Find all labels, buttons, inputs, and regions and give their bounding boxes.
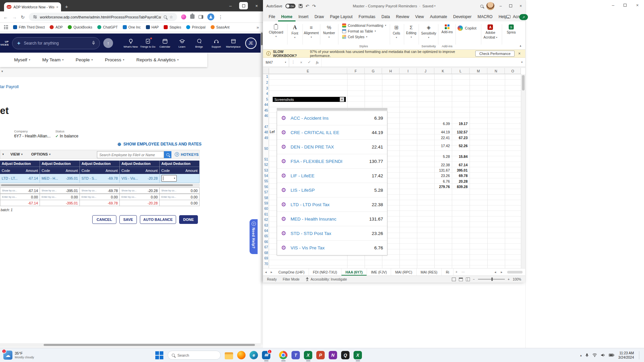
column-header[interactable]: E	[269, 68, 347, 74]
extensions-puzzle-icon[interactable]	[190, 14, 195, 20]
cell-value[interactable]: 20.28	[451, 179, 468, 183]
marketplace-button[interactable]: Marketplace	[225, 38, 242, 48]
deduction-row[interactable]: ⚙LTD - LTD Post Tax22.38	[277, 197, 387, 212]
cell-value[interactable]: 23.26	[428, 174, 450, 178]
zoom-slider[interactable]	[478, 279, 505, 280]
row-number[interactable]: 46	[263, 114, 268, 118]
redo-icon[interactable]: ↷	[312, 4, 316, 9]
mic-icon[interactable]	[91, 41, 96, 46]
conditional-formatting-button[interactable]: Conditional Formatting▾	[342, 23, 386, 27]
tab-close-icon[interactable]: ×	[56, 5, 58, 9]
column-header[interactable]: K	[434, 68, 452, 74]
row-number[interactable]: 69	[263, 256, 268, 260]
spreadsheet-addin-button[interactable]: SSprea	[507, 24, 516, 34]
sheet-tab-active[interactable]: HAA (6Y7)	[341, 268, 367, 276]
cancel-entry-icon[interactable]: ×	[297, 60, 305, 64]
formula-input[interactable]	[321, 58, 519, 67]
page-layout-view-icon[interactable]	[459, 278, 463, 281]
share-button[interactable]: ↗	[519, 14, 528, 20]
save-icon[interactable]	[299, 4, 303, 8]
new-tab-button[interactable]: +	[65, 4, 68, 9]
table-cell[interactable]: STD - S...-69.78	[80, 174, 120, 183]
tab-page-layout[interactable]: Page Layout	[327, 14, 356, 21]
forward-icon[interactable]: →	[12, 14, 17, 20]
tab-developer[interactable]: Developer	[450, 14, 475, 21]
nav-item-myself[interactable]: Myself▾	[14, 57, 30, 62]
cell-value[interactable]: 131.67	[428, 168, 450, 172]
menu-dots-icon[interactable]: ⋮	[218, 14, 223, 20]
formula-expand-icon[interactable]: ▾	[519, 61, 525, 64]
volume-icon[interactable]	[601, 353, 605, 357]
submit-search-button[interactable]: ↑	[103, 38, 113, 48]
table-horizontal-scrollbar[interactable]	[0, 184, 200, 187]
row-number[interactable]: 44	[263, 103, 268, 107]
undo-icon[interactable]: ↶	[306, 4, 309, 9]
excel-icon[interactable]: X	[304, 351, 312, 359]
profile-avatar[interactable]	[207, 13, 214, 20]
bridge-button[interactable]: Bridge	[191, 38, 208, 48]
cell-value[interactable]: 132.57	[451, 130, 468, 134]
column-header[interactable]: I	[399, 68, 417, 74]
auto-balance-button[interactable]: AUTO BALANCE	[140, 215, 176, 224]
bookmarks-overflow-icon[interactable]: »	[257, 25, 259, 30]
addins-button[interactable]: Add-ins	[441, 24, 453, 34]
row-number[interactable]: 2	[263, 81, 268, 84]
search-icon[interactable]	[480, 5, 483, 8]
gear-icon[interactable]: ⚙	[281, 230, 286, 237]
tab-review[interactable]: Review	[393, 14, 412, 21]
sheet-nav-right-icon[interactable]: ▸	[269, 270, 274, 274]
cell-value[interactable]: 67.14	[451, 163, 468, 167]
deduction-row[interactable]: ⚙VIS - Vis Pre Tax6.76	[277, 241, 387, 255]
table-cell[interactable]: LTD - LT...-67.14	[0, 174, 40, 183]
onenote-icon[interactable]: N	[329, 351, 337, 359]
view-button[interactable]: VIEW▾	[10, 152, 22, 156]
collapse-chevron-icon[interactable]: ▾	[1, 69, 3, 73]
maximize-icon[interactable]	[624, 3, 627, 8]
tab-formulas[interactable]: Formulas	[356, 14, 378, 21]
cell-styles-button[interactable]: Cell Styles▾	[342, 35, 386, 39]
adobe-acrobat-button[interactable]: AAdobeAcrobat▾	[484, 24, 497, 39]
payroll-link[interactable]: lar Payroll	[0, 84, 19, 89]
insert-function-icon[interactable]: fx	[313, 60, 321, 64]
bookmark-star-icon[interactable]: ☆	[169, 15, 173, 19]
cell-value[interactable]: 17.42	[428, 144, 450, 148]
hscroll-right-icon[interactable]: ▸	[499, 270, 504, 274]
excel-2-icon[interactable]: X	[354, 351, 362, 359]
cells-button[interactable]: ⊞Cells▾	[393, 24, 400, 39]
cancel-button[interactable]: CANCEL	[92, 215, 116, 224]
row-number[interactable]: 57	[263, 190, 268, 194]
row-number[interactable]: 45	[263, 109, 268, 112]
confirm-entry-icon[interactable]: ✓	[305, 60, 313, 64]
column-header[interactable]: F	[347, 68, 365, 74]
tab-insert[interactable]: Insert	[296, 14, 312, 21]
column-header[interactable]: O	[505, 68, 521, 74]
check-performance-button[interactable]: Check Performance	[475, 51, 515, 57]
toolbar-dropdown-icon[interactable]: ▾	[2, 153, 4, 156]
things-to-do-button[interactable]: Things to Do	[139, 38, 156, 48]
tab-file[interactable]: File	[266, 14, 278, 21]
saved-status[interactable]: Saved▾	[422, 4, 435, 8]
table-cell[interactable]: MED - H...-395.01	[40, 174, 80, 183]
row-number[interactable]: 66	[263, 240, 268, 244]
row-number[interactable]: 68	[263, 251, 268, 255]
deduction-code-select[interactable]: ▾	[161, 175, 177, 182]
tab-view[interactable]: View	[412, 14, 427, 21]
save-button[interactable]: SAVE	[119, 215, 137, 224]
cell-value[interactable]: 52.26	[451, 144, 468, 148]
outlook-icon[interactable]: ✉1	[262, 351, 270, 359]
user-avatar[interactable]: JE	[245, 38, 257, 49]
sheet-tab[interactable]: Ri	[442, 268, 453, 276]
deduction-row[interactable]: ⚙MED - Health Insuranc131.67	[277, 212, 387, 226]
address-bar[interactable]: workforcenow.adp.com/theme/admin.html#/P…	[29, 13, 177, 21]
minimize-icon[interactable]: –	[224, 3, 237, 8]
bookmark-item[interactable]: ADP	[50, 25, 63, 29]
row-number[interactable]: 3	[263, 86, 268, 90]
row-number[interactable]: 65	[263, 234, 268, 238]
nav-item-my-team[interactable]: My Team▾	[42, 57, 64, 62]
taskbar-search[interactable]: Search	[168, 351, 221, 360]
row-number[interactable]: 58	[263, 196, 268, 200]
new-sheet-button[interactable]: +	[453, 270, 460, 274]
gear-icon[interactable]: ⚙	[281, 115, 286, 122]
sheet-tab[interactable]: MAI (RPC)	[391, 268, 417, 276]
column-header[interactable]: G	[365, 68, 382, 74]
